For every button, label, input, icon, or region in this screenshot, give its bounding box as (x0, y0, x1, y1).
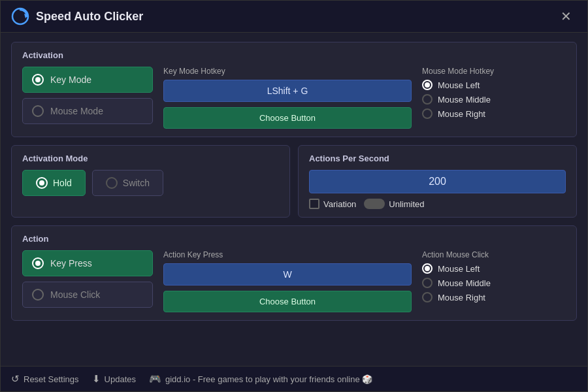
gidd-icon: 🎮 (149, 373, 161, 385)
action-inner: Key Press Mouse Click Action Key Press W… (22, 250, 566, 312)
action-mouse-middle-label: Mouse Middle (438, 278, 491, 288)
updates-item[interactable]: ⬇ Updates (92, 373, 136, 385)
aps-options: Variation Unlimited (309, 199, 566, 209)
action-key-display[interactable]: W (163, 263, 412, 286)
close-button[interactable]: ✕ (555, 7, 577, 25)
action-key-press-area: Action Key Press W Choose Button (163, 250, 412, 312)
action-mouse-click-label: Action Mouse Click (422, 250, 566, 259)
action-mouse-right-option[interactable]: Mouse Right (422, 292, 566, 302)
hold-label: Hold (53, 178, 72, 188)
middle-row: Activation Mode Hold Switch Actions Per … (11, 145, 577, 218)
action-mode-buttons: Key Press Mouse Click (22, 250, 153, 312)
activation-mode-buttons: Key Mode Mouse Mode (22, 67, 153, 129)
main-content: Activation Key Mode Mouse Mode Key Mode … (1, 33, 587, 366)
action-mouse-left-radio (422, 263, 433, 274)
app-icon (11, 7, 29, 25)
activation-mode-section: Activation Mode Hold Switch (11, 145, 290, 218)
action-title: Action (22, 234, 566, 244)
updates-label: Updates (105, 374, 136, 384)
mouse-left-label: Mouse Left (438, 80, 480, 90)
switch-radio (106, 177, 118, 189)
key-mode-hotkey-display[interactable]: LShift + G (163, 80, 412, 102)
title-bar: Speed Auto Clicker ✕ (1, 1, 587, 33)
updates-icon: ⬇ (92, 373, 101, 385)
activation-inner: Key Mode Mouse Mode Key Mode Hotkey LShi… (22, 67, 566, 129)
action-choose-button[interactable]: Choose Button (163, 291, 412, 312)
app-title: Speed Auto Clicker (36, 10, 143, 24)
action-mouse-left-option[interactable]: Mouse Left (422, 263, 566, 274)
mouse-middle-label: Mouse Middle (438, 95, 491, 105)
mouse-right-radio (422, 108, 433, 119)
activation-title: Activation (22, 50, 566, 60)
aps-title: Actions Per Second (309, 154, 566, 163)
unlimited-label: Unlimited (389, 199, 424, 209)
unlimited-toggle[interactable] (364, 199, 385, 209)
key-mode-hotkey-label: Key Mode Hotkey (163, 67, 412, 76)
action-mouse-right-radio (422, 292, 433, 302)
action-mouse-click-area: Action Mouse Click Mouse Left Mouse Midd… (422, 250, 566, 312)
variation-label: Variation (323, 199, 356, 209)
key-press-label: Key Press (50, 258, 92, 269)
activation-section: Activation Key Mode Mouse Mode Key Mode … (11, 42, 577, 137)
action-mouse-right-label: Mouse Right (438, 293, 485, 302)
main-window: Speed Auto Clicker ✕ Activation Key Mode… (0, 0, 588, 392)
hold-button[interactable]: Hold (22, 170, 86, 196)
reset-label: Reset Settings (24, 374, 79, 384)
aps-section: Actions Per Second Variation Unlimited (298, 145, 577, 218)
action-mouse-middle-option[interactable]: Mouse Middle (422, 278, 566, 288)
key-press-radio (32, 257, 44, 269)
variation-checkbox[interactable] (309, 199, 319, 209)
mouse-middle-radio (422, 94, 433, 105)
mouse-left-option[interactable]: Mouse Left (422, 80, 566, 90)
switch-button[interactable]: Switch (92, 170, 163, 196)
title-bar-left: Speed Auto Clicker (11, 7, 143, 25)
mouse-mode-hotkey-label: Mouse Mode Hotkey (422, 67, 566, 76)
mouse-mode-label: Mouse Mode (50, 106, 103, 116)
activation-mode-title: Activation Mode (22, 154, 279, 163)
mouse-click-radio (32, 289, 44, 301)
key-mode-button[interactable]: Key Mode (22, 67, 153, 93)
mouse-right-label: Mouse Right (438, 109, 485, 119)
unlimited-option[interactable]: Unlimited (364, 199, 424, 209)
action-mouse-options: Mouse Left Mouse Middle Mouse Right (422, 263, 566, 302)
action-mouse-middle-radio (422, 278, 433, 288)
gidd-label: gidd.io - Free games to play with your f… (165, 374, 372, 384)
mouse-hotkey-options: Mouse Left Mouse Middle Mouse Right (422, 80, 566, 119)
hold-radio (36, 177, 48, 189)
mode-buttons: Hold Switch (22, 170, 279, 196)
reset-settings-item[interactable]: ↺ Reset Settings (11, 373, 79, 385)
mouse-mode-hotkey-area: Mouse Mode Hotkey Mouse Left Mouse Middl… (422, 67, 566, 129)
mouse-mode-button[interactable]: Mouse Mode (22, 98, 153, 124)
action-section: Action Key Press Mouse Click Action Key … (11, 225, 577, 321)
key-mode-hotkey-area: Key Mode Hotkey LShift + G Choose Button (163, 67, 412, 129)
aps-input[interactable] (309, 170, 566, 193)
mouse-click-label: Mouse Click (50, 289, 100, 300)
key-press-button[interactable]: Key Press (22, 250, 153, 276)
mouse-left-radio (422, 80, 433, 90)
mouse-mode-radio (32, 105, 44, 117)
mouse-click-button[interactable]: Mouse Click (22, 282, 153, 308)
gidd-item[interactable]: 🎮 gidd.io - Free games to play with your… (149, 373, 372, 385)
action-mouse-left-label: Mouse Left (438, 264, 480, 274)
action-key-press-label: Action Key Press (163, 250, 412, 259)
key-mode-radio (32, 74, 44, 86)
footer: ↺ Reset Settings ⬇ Updates 🎮 gidd.io - F… (1, 366, 587, 391)
mouse-right-option[interactable]: Mouse Right (422, 108, 566, 119)
switch-label: Switch (123, 178, 150, 188)
key-mode-label: Key Mode (50, 74, 91, 85)
variation-option[interactable]: Variation (309, 199, 356, 209)
reset-icon: ↺ (11, 373, 20, 385)
key-mode-choose-button[interactable]: Choose Button (163, 107, 412, 129)
mouse-middle-option[interactable]: Mouse Middle (422, 94, 566, 105)
